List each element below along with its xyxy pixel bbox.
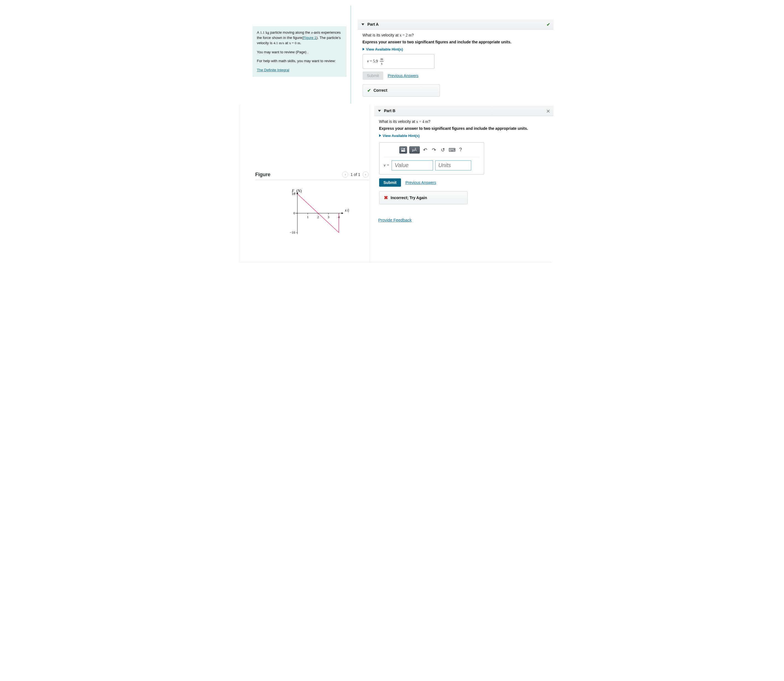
part-a-title: Part A [368,22,379,27]
mass-unit: kg [265,30,269,35]
reset-icon[interactable]: ↺ [440,147,446,153]
figure-title: Figure [256,172,271,177]
part-b-instruction: Express your answer to two significant f… [379,126,549,131]
svg-text:1: 1 [307,215,309,219]
answer-unit: m s [380,57,384,66]
part-a: Part A ✔ What is its velocity at x = 2 m… [358,19,554,100]
provide-feedback-link[interactable]: Provide Feedback [378,218,412,222]
part-a-header[interactable]: Part A ✔ [358,19,554,30]
cross-icon: ✖ [384,195,388,201]
close-icon[interactable]: ✕ [546,108,550,114]
x-value: x = 2 m [400,33,411,37]
txt: particle moving along the [269,30,311,35]
txt: ? [411,33,414,37]
prev-figure-button[interactable]: ‹ [342,171,348,177]
v0-unit: m/s [279,41,284,45]
figure-link[interactable]: Figure 1 [303,36,316,40]
definite-integral-link[interactable]: The Definite Integral [257,68,289,73]
check-icon: ✔ [367,88,371,93]
figure-pager: ‹ 1 of 1 › [342,171,368,177]
unit-num: m [380,57,384,62]
problem-text: A 1.1 kg particle moving along the x-axi… [257,30,342,46]
txt: A [257,30,260,35]
figure-panel: Figure ‹ 1 of 1 › 100−101234Fx (N)x (m) [256,171,369,242]
svg-text:3: 3 [327,215,329,219]
part-a-feedback: ✔ Correct [363,84,440,97]
unit-den: s [380,62,384,66]
submit-button: Submit [363,71,384,80]
previous-answers-link[interactable]: Previous Answers [388,73,418,78]
feedback-text: Correct [374,88,387,92]
answer-var: v [367,59,369,63]
part-a-instruction: Express your answer to two significant f… [363,40,549,44]
txt: What is its velocity at [379,119,416,124]
v0-value: 4.1 [273,41,278,45]
caret-right-icon [379,134,381,137]
txt: What is its velocity at [363,33,400,37]
check-icon: ✔ [547,22,550,27]
view-hints-link[interactable]: View Available Hint(s) [379,134,420,138]
caret-down-icon [362,24,364,25]
pager-text: 1 of 1 [351,172,360,177]
part-b-feedback: ✖ Incorrect; Try Again [379,191,468,204]
undo-icon[interactable]: ↶ [422,147,429,153]
part-b: Part B ✕ What is its velocity at x = 4 m… [374,106,554,207]
value-input[interactable] [392,160,433,170]
vertical-divider [351,6,351,104]
review-hint: You may want to review (Page) . [257,50,342,55]
part-a-answer-box: v = 5.9 m s [363,54,435,69]
math-help-intro: For help with math skills, you may want … [257,59,342,64]
svg-text:−10: −10 [289,230,295,234]
part-b-question: What is its velocity at x = 4 m? [379,119,549,124]
caret-down-icon [378,110,381,112]
mass-value: 1.1 [260,30,265,35]
view-hints-link[interactable]: View Available Hint(s) [363,47,403,51]
txt: ? [428,119,430,124]
units-button[interactable]: μÅ [409,146,420,154]
svg-text:0: 0 [293,211,295,215]
svg-text:2: 2 [317,215,319,219]
units-input[interactable] [435,160,471,170]
submit-button[interactable]: Submit [379,178,401,187]
x-value: x = 4 m [416,120,428,124]
force-graph: 100−101234Fx (N)x (m) [283,188,355,242]
answer-entry-widget: μÅ ↶ ↷ ↺ ⌨ ? v = [379,142,484,174]
txt: at [284,41,289,45]
svg-rect-2 [401,150,405,152]
template-button[interactable] [399,146,407,154]
help-icon[interactable]: ? [457,147,464,153]
svg-text:x (m): x (m) [344,208,349,213]
feedback-text: Incorrect; Try Again [391,195,427,200]
next-figure-button[interactable]: › [363,171,369,177]
entry-toolbar: μÅ ↶ ↷ ↺ ⌨ ? [384,146,479,157]
part-a-question: What is its velocity at x = 2 m? [363,33,549,38]
part-b-header[interactable]: Part B ✕ [374,106,554,116]
keyboard-icon[interactable]: ⌨ [449,147,455,153]
previous-answers-link[interactable]: Previous Answers [405,181,436,185]
x0-value: x = 0 m. [289,41,301,45]
svg-rect-0 [401,148,403,150]
part-b-title: Part B [384,109,395,113]
hints-label: View Available Hint(s) [366,47,403,51]
var: v [384,163,386,167]
answer-value: 5.9 [373,59,378,63]
svg-rect-1 [403,148,405,150]
problem-statement: A 1.1 kg particle moving along the x-axi… [252,26,346,77]
redo-icon[interactable]: ↷ [431,147,438,153]
caret-right-icon [363,48,365,51]
hints-label: View Available Hint(s) [383,134,420,138]
